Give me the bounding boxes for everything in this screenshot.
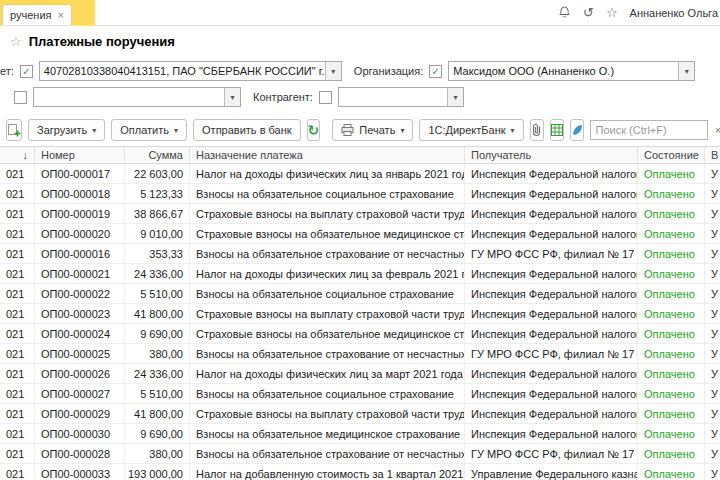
cell-sum: 22 603,00 xyxy=(125,164,190,183)
history-icon[interactable]: ↺ xyxy=(583,6,594,19)
cell-payee: Инспекция Федеральной налоговой с... xyxy=(465,304,638,323)
table-row[interactable]: 021 ОП00-000022 5 510,00 Взносы на обяза… xyxy=(0,284,720,304)
column-header-payee[interactable]: Получатель xyxy=(465,147,638,163)
cell-purpose: Взносы на обязательное страхование от не… xyxy=(190,444,465,463)
cell-number: ОП00-000018 xyxy=(35,184,125,203)
cell-payee: Инспекция Федеральной налоговой с... xyxy=(465,164,638,183)
account-combo[interactable]: 40702810338040413151, ПАО "СБЕРБАНК РОСС… xyxy=(39,61,342,81)
cell-purpose: Страховые взносы на обязательное медицин… xyxy=(190,224,465,243)
account-checkbox[interactable]: ✓ xyxy=(20,65,33,78)
account-dropdown-icon[interactable]: ▾ xyxy=(325,62,341,80)
table-row[interactable]: 021 ОП00-000028 380,00 Взносы на обязате… xyxy=(0,444,720,464)
tab-payment-orders[interactable]: ручения × xyxy=(2,4,72,25)
cell-number: ОП00-000033 xyxy=(35,464,125,480)
cell-number: ОП00-000028 xyxy=(35,444,125,463)
extra-filter-checkbox[interactable] xyxy=(14,91,27,104)
extra-filter-combo[interactable]: ▾ xyxy=(33,87,241,107)
table-row[interactable]: 021 ОП00-000017 22 603,00 Налог на доход… xyxy=(0,164,720,184)
cell-extra: У xyxy=(705,304,720,323)
organization-value: Максидом ООО (Аннаненко О.) xyxy=(449,62,678,80)
cell-date: 021 xyxy=(0,304,35,323)
search-input[interactable] xyxy=(590,120,708,140)
cell-status: Оплачено xyxy=(638,444,705,463)
refresh-button[interactable]: ↻ xyxy=(307,119,321,141)
cell-payee: Инспекция Федеральной налоговой с... xyxy=(465,364,638,383)
attachments-button[interactable] xyxy=(530,119,544,141)
table-row[interactable]: 021 ОП00-000027 5 510,00 Взносы на обяза… xyxy=(0,384,720,404)
notifications-bell-icon[interactable] xyxy=(558,6,571,19)
table-row[interactable]: 021 ОП00-000029 41 800,00 Страховые взно… xyxy=(0,404,720,424)
cell-purpose: Взносы на обязательное социальное страхо… xyxy=(190,384,465,403)
cell-payee: Инспекция Федеральной налоговой с... xyxy=(465,224,638,243)
table-row[interactable]: 021 ОП00-000021 24 336,00 Налог на доход… xyxy=(0,264,720,284)
print-button[interactable]: Печать ▾ xyxy=(332,119,413,141)
search-clear-icon[interactable]: × xyxy=(711,123,720,138)
sign-button[interactable] xyxy=(570,119,584,141)
cell-date: 021 xyxy=(0,224,35,243)
table-row[interactable]: 021 ОП00-000016 353,33 Взносы на обязате… xyxy=(0,244,720,264)
table-row[interactable]: 021 ОП00-000019 38 866,67 Страховые взно… xyxy=(0,204,720,224)
cell-status: Оплачено xyxy=(638,384,705,403)
table-row[interactable]: 021 ОП00-000025 380,00 Взносы на обязате… xyxy=(0,344,720,364)
table-row[interactable]: 021 ОП00-000023 41 800,00 Страховые взно… xyxy=(0,304,720,324)
extra-filter-dropdown-icon[interactable]: ▾ xyxy=(224,88,240,106)
favorites-star-icon[interactable]: ☆ xyxy=(606,6,618,19)
counterparty-checkbox[interactable] xyxy=(319,91,332,104)
account-label: ет: xyxy=(0,65,14,77)
counterparty-dropdown-icon[interactable]: ▾ xyxy=(447,88,463,106)
table-row[interactable]: 021 ОП00-000030 9 690,00 Взносы на обяза… xyxy=(0,424,720,444)
cell-payee: Инспекция Федеральной налоговой с... xyxy=(465,424,638,443)
table-row[interactable]: 021 ОП00-000020 9 010,00 Страховые взнос… xyxy=(0,224,720,244)
page-header: ☆ Платежные поручения xyxy=(0,26,720,56)
send-to-bank-button[interactable]: Отправить в банк xyxy=(193,119,301,141)
cell-number: ОП00-000030 xyxy=(35,424,125,443)
organization-combo[interactable]: Максидом ООО (Аннаненко О.) ▾ xyxy=(448,61,695,81)
cell-purpose: Взносы на обязательное социальное страхо… xyxy=(190,284,465,303)
column-header-extra[interactable]: В xyxy=(705,147,720,163)
load-button[interactable]: Загрузить ▾ xyxy=(28,119,105,141)
cell-date: 021 xyxy=(0,404,35,423)
cell-date: 021 xyxy=(0,164,35,183)
organization-checkbox[interactable]: ✓ xyxy=(429,65,442,78)
spreadsheet-icon xyxy=(551,124,563,136)
sort-down-icon: ↓ xyxy=(23,149,29,161)
cell-status: Оплачено xyxy=(638,304,705,323)
table-row[interactable]: 021 ОП00-000018 5 123,33 Взносы на обяза… xyxy=(0,184,720,204)
cell-extra: У xyxy=(705,444,720,463)
create-document-button[interactable] xyxy=(6,119,22,141)
current-user[interactable]: Аннаненко Ольга xyxy=(630,7,718,19)
tab-strip: ручения × xyxy=(0,0,95,25)
table-row[interactable]: 021 ОП00-000026 24 336,00 Налог на доход… xyxy=(0,364,720,384)
column-header-number[interactable]: Номер xyxy=(35,147,125,163)
cell-sum: 5 123,33 xyxy=(125,184,190,203)
table-body: 021 ОП00-000017 22 603,00 Налог на доход… xyxy=(0,164,720,480)
table-row[interactable]: 021 ОП00-000033 193 000,00 Налог на доба… xyxy=(0,464,720,480)
column-header-status[interactable]: Состояние xyxy=(638,147,705,163)
cell-payee: ГУ МРО ФСС РФ, филиал № 17 xyxy=(465,444,638,463)
cell-status: Оплачено xyxy=(638,324,705,343)
pay-button[interactable]: Оплатить ▾ xyxy=(111,119,187,141)
cell-status: Оплачено xyxy=(638,224,705,243)
column-header-date-sort[interactable]: ↓ xyxy=(0,147,35,163)
tab-close-icon[interactable]: × xyxy=(58,9,64,21)
cell-number: ОП00-000020 xyxy=(35,224,125,243)
cell-date: 021 xyxy=(0,444,35,463)
cell-date: 021 xyxy=(0,424,35,443)
page-title: Платежные поручения xyxy=(29,34,175,49)
directbank-button[interactable]: 1С:ДиректБанк ▾ xyxy=(419,119,523,141)
cell-extra: У xyxy=(705,184,720,203)
column-header-sum[interactable]: Сумма xyxy=(125,147,190,163)
cell-payee: ГУ МРО ФСС РФ, филиал № 17 xyxy=(465,344,638,363)
chevron-down-icon: ▾ xyxy=(174,126,178,135)
organization-dropdown-icon[interactable]: ▾ xyxy=(678,62,694,80)
cell-purpose: Налог на доходы физических лиц за январь… xyxy=(190,164,465,183)
table-row[interactable]: 021 ОП00-000024 9 690,00 Страховые взнос… xyxy=(0,324,720,344)
export-table-button[interactable] xyxy=(550,119,564,141)
cell-purpose: Взносы на обязательное социальное страхо… xyxy=(190,184,465,203)
cell-purpose: Налог на доходы физических лиц за феврал… xyxy=(190,264,465,283)
counterparty-combo[interactable]: ▾ xyxy=(338,87,464,107)
add-favorite-star-icon[interactable]: ☆ xyxy=(10,34,22,49)
organization-label: Организация: xyxy=(354,65,423,77)
printer-icon xyxy=(341,124,354,136)
column-header-purpose[interactable]: Назначение платежа xyxy=(190,147,465,163)
